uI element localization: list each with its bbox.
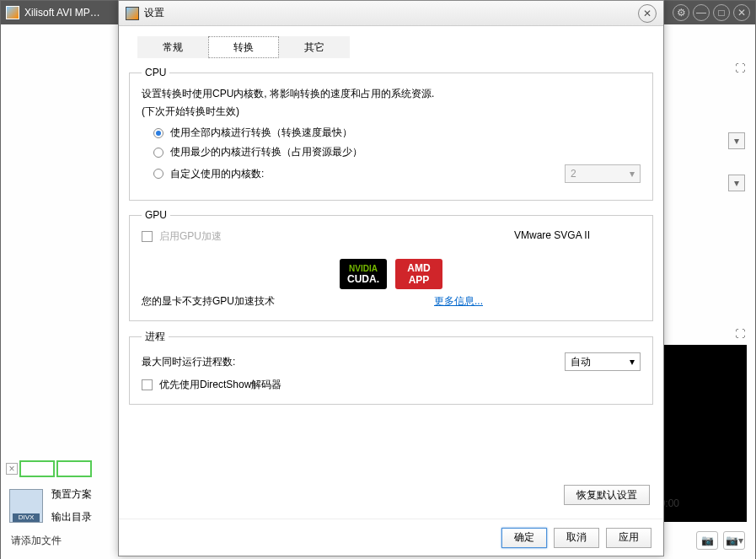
- process-legend: 进程: [142, 330, 169, 344]
- dialog-close-icon[interactable]: ✕: [638, 4, 657, 23]
- clear-thumb-icon[interactable]: ×: [6, 463, 18, 475]
- preset-label: 预置方案: [51, 487, 92, 502]
- thumb-1[interactable]: [19, 460, 55, 477]
- gpu-enable-row: 启用GPU加速: [142, 229, 222, 244]
- tab-bar: 常规 转换 其它: [137, 36, 653, 58]
- dialog-body: 常规 转换 其它 CPU 设置转换时使用CPU内核数, 将影响转换的速度和占用的…: [119, 26, 663, 519]
- dialog-footer: 确定 取消 应用: [119, 519, 663, 556]
- dialog-title: 设置: [144, 6, 638, 20]
- gpu-legend: GPU: [142, 209, 170, 221]
- chevron-down-icon: ▾: [630, 168, 635, 180]
- cpu-note: (下次开始转换时生效): [142, 105, 641, 119]
- radio-min-cores-label: 使用最少的内核进行转换（占用资源最少）: [170, 145, 362, 159]
- directshow-checkbox[interactable]: [142, 379, 153, 390]
- dialog-logo-icon: [126, 7, 139, 20]
- divx-file-icon[interactable]: DIVX: [9, 489, 43, 523]
- radio-all-cores[interactable]: [153, 128, 164, 138]
- nvidia-logo-icon: NVIDIA CUDA.: [340, 259, 387, 289]
- dropdown-arrow-2[interactable]: ▾: [728, 175, 745, 191]
- cores-value: 2: [571, 168, 576, 180]
- cpu-group: CPU 设置转换时使用CPU内核数, 将影响转换的速度和占用的系统资源. (下次…: [129, 67, 653, 201]
- radio-all-cores-label: 使用全部内核进行转换（转换速度最快）: [170, 126, 352, 140]
- amd-logo-icon: AMD APP: [395, 259, 442, 289]
- cores-select: 2 ▾: [565, 164, 641, 183]
- max-proc-value: 自动: [571, 355, 591, 369]
- gpu-group: GPU 启用GPU加速 VMware SVGA II NVIDIA CUDA. …: [129, 209, 653, 321]
- restore-defaults-button[interactable]: 恢复默认设置: [564, 485, 650, 505]
- tab-general[interactable]: 常规: [137, 36, 208, 58]
- tab-other[interactable]: 其它: [279, 36, 350, 58]
- thumbnail-row: ×: [6, 460, 92, 477]
- dialog-titlebar: 设置 ✕: [119, 1, 663, 26]
- close-icon[interactable]: ✕: [733, 4, 750, 21]
- radio-min-cores-row[interactable]: 使用最少的内核进行转换（占用资源最少）: [153, 145, 641, 159]
- restore-panel-icon[interactable]: ⛶: [735, 328, 745, 340]
- gpu-more-link[interactable]: 更多信息...: [276, 294, 641, 309]
- apply-button[interactable]: 应用: [606, 528, 651, 548]
- snapshot-settings-icon[interactable]: 📷▾: [723, 531, 745, 550]
- cpu-desc: 设置转换时使用CPU内核数, 将影响转换的速度和占用的系统资源.: [142, 87, 641, 101]
- process-group: 进程 最大同时运行进程数: 自动 ▾ 优先使用DirectShow解码器: [129, 330, 653, 405]
- maximize-icon[interactable]: □: [713, 4, 730, 21]
- output-label: 输出目录: [51, 510, 92, 524]
- cpu-legend: CPU: [142, 67, 169, 78]
- expand-icon[interactable]: ⛶: [735, 62, 745, 74]
- dropdown-arrow-1[interactable]: ▾: [728, 132, 745, 149]
- radio-custom-cores[interactable]: [153, 169, 164, 179]
- minimize-icon[interactable]: —: [693, 4, 710, 21]
- add-files-prompt: 请添加文件: [11, 534, 62, 548]
- cancel-button[interactable]: 取消: [554, 528, 599, 548]
- max-proc-label: 最大同时运行进程数:: [142, 355, 235, 369]
- gpu-unsupported-note: 您的显卡不支持GPU加速技术: [142, 294, 276, 309]
- gpu-enable-label: 启用GPU加速: [159, 229, 222, 244]
- radio-min-cores[interactable]: [153, 148, 164, 158]
- directshow-row[interactable]: 优先使用DirectShow解码器: [142, 378, 641, 392]
- directshow-label: 优先使用DirectShow解码器: [159, 378, 281, 392]
- radio-custom-cores-row[interactable]: 自定义使用的内核数: 2 ▾: [153, 164, 641, 183]
- settings-icon[interactable]: ⚙: [673, 4, 689, 21]
- ok-button[interactable]: 确定: [501, 528, 547, 548]
- max-proc-select[interactable]: 自动 ▾: [565, 352, 641, 371]
- gpu-enable-checkbox: [142, 231, 153, 242]
- tab-convert[interactable]: 转换: [208, 36, 279, 58]
- gpu-card-name: VMware SVGA II: [514, 229, 590, 241]
- settings-dialog: 设置 ✕ 常规 转换 其它 CPU 设置转换时使用CPU内核数, 将影响转换的速…: [118, 0, 664, 556]
- radio-all-cores-row[interactable]: 使用全部内核进行转换（转换速度最快）: [153, 126, 641, 140]
- app-logo-icon: [6, 6, 19, 19]
- thumb-2[interactable]: [56, 460, 92, 477]
- chevron-down-icon: ▾: [630, 356, 635, 368]
- snapshot-icon[interactable]: 📷: [696, 531, 718, 550]
- radio-custom-cores-label: 自定义使用的内核数:: [170, 167, 264, 181]
